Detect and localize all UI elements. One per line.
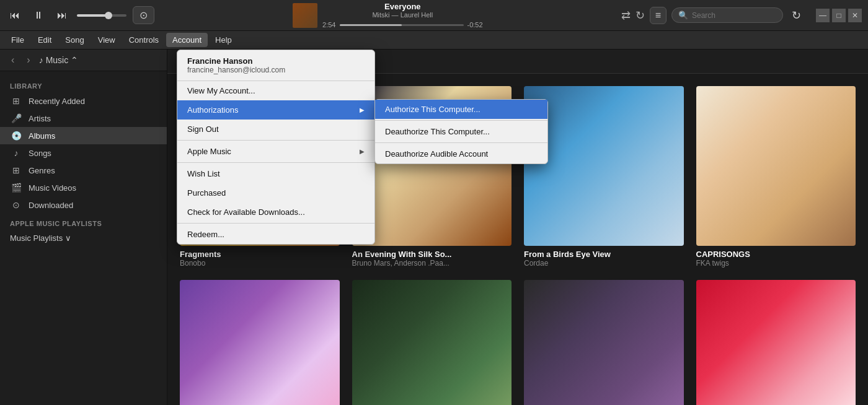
album-title-caprisongs: CAPRISONGS xyxy=(696,250,856,259)
track-title: Everyone xyxy=(322,2,483,11)
dropdown-divider-1 xyxy=(177,140,374,141)
sidebar-item-music-videos[interactable]: 🎬 Music Videos xyxy=(0,179,167,196)
library-section-title: Library xyxy=(0,76,167,92)
apple-music-arrow: ▶ xyxy=(360,148,365,155)
section-selector[interactable]: ♪ Music ⌃ xyxy=(39,55,79,65)
authorizations-label: Authorizations xyxy=(187,105,238,115)
menu-item-authorizations[interactable]: Authorizations ▶ Authorize This Computer… xyxy=(177,100,374,120)
chevron-down-icon: ⌃ xyxy=(71,55,78,65)
album-art-humble xyxy=(524,280,684,406)
controls-right: ⇄ ↻ ≡ 🔍 ↻ xyxy=(621,6,805,25)
album-art-dark xyxy=(352,280,512,406)
sidebar-label-music-playlists: Music Playlists ∨ xyxy=(10,233,71,243)
now-playing-thumbnail xyxy=(293,3,317,28)
album-card-jay[interactable]: De Mi Para Ti Jay Wheeler xyxy=(180,280,340,406)
dropdown-divider-2 xyxy=(177,162,374,163)
dropdown-user-name: Francine Hanson xyxy=(187,56,365,66)
album-title-birds: From a Birds Eye View xyxy=(524,250,684,259)
menu-item-help[interactable]: Help xyxy=(209,33,238,47)
sidebar-item-music-playlists[interactable]: Music Playlists ∨ xyxy=(0,230,167,246)
track-info-block: Everyone Mitski — Laurel Hell 2:54 -0:52 xyxy=(322,2,483,28)
section-label: Music xyxy=(46,55,69,65)
refresh-button[interactable]: ↻ xyxy=(788,6,805,25)
progress-bar[interactable] xyxy=(340,24,464,26)
menu-item-redeem[interactable]: Redeem... xyxy=(177,225,374,244)
menu-item-account[interactable]: Account xyxy=(166,33,208,47)
sidebar-item-recently-added[interactable]: ⊞ Recently Added xyxy=(0,92,167,110)
menu-item-purchased[interactable]: Purchased xyxy=(177,183,374,202)
album-card-caprisongs[interactable]: CAPRISONGS FKA twigs xyxy=(696,86,856,268)
menu-item-controls[interactable]: Controls xyxy=(123,33,165,47)
minimize-button[interactable]: — xyxy=(816,9,830,22)
maximize-button[interactable]: □ xyxy=(832,9,846,22)
songs-icon: ♪ xyxy=(10,148,22,158)
airplay-button[interactable]: ⊙ xyxy=(133,6,154,24)
menu-bar: FileEditSongViewControlsAccountHelp xyxy=(0,31,868,50)
apple-music-playlists-title: Apple Music Playlists xyxy=(0,214,167,230)
menu-item-song[interactable]: Song xyxy=(59,33,90,47)
sidebar-item-albums[interactable]: 💿 Albums xyxy=(0,127,167,144)
recently-added-icon: ⊞ xyxy=(10,96,22,106)
rewind-button[interactable]: ⏮ xyxy=(6,7,24,24)
menu-item-apple-music[interactable]: Apple Music ▶ xyxy=(177,142,374,161)
now-playing-area: Everyone Mitski — Laurel Hell 2:54 -0:52 xyxy=(161,2,615,28)
menu-item-wish-list[interactable]: Wish List xyxy=(177,164,374,183)
search-icon: 🔍 xyxy=(678,11,688,20)
sidebar-label-genres: Genres xyxy=(29,166,55,175)
menu-item-sign-out[interactable]: Sign Out xyxy=(177,120,374,139)
menu-item-check-downloads[interactable]: Check for Available Downloads... xyxy=(177,202,374,222)
redeem-label: Redeem... xyxy=(187,230,224,239)
submenu-divider-2 xyxy=(375,142,547,143)
submenu-deauthorize-audible[interactable]: Deauthorize Audible Account xyxy=(375,144,547,163)
fastforward-button[interactable]: ⏭ xyxy=(53,7,71,24)
authorize-computer-label: Authorize This Computer... xyxy=(385,105,480,114)
shuffle-button[interactable]: ⇄ xyxy=(621,9,631,22)
album-card-laurel[interactable]: Laurel Hell Mitski xyxy=(696,280,856,406)
dropdown-user-info: Francine Hanson francine_hanson@icloud.c… xyxy=(177,50,374,81)
sidebar-item-genres[interactable]: ⊞ Genres xyxy=(0,162,167,179)
album-card-humble[interactable]: Humble Quest Maren Morris xyxy=(524,280,684,406)
sidebar-item-artists[interactable]: 🎤 Artists xyxy=(0,110,167,127)
title-bar: ⏮ ⏸ ⏭ ⊙ Everyone Mitski — Laurel Hell 2:… xyxy=(0,0,868,31)
album-card-dark[interactable]: Dark Album Unknown xyxy=(352,280,512,406)
submenu-authorize-computer[interactable]: Authorize This Computer... xyxy=(375,100,547,119)
track-details: Everyone Mitski — Laurel Hell 2:54 -0:52 xyxy=(322,2,483,28)
forward-button[interactable]: › xyxy=(23,53,33,67)
view-account-label: View My Account... xyxy=(187,86,255,95)
sign-out-label: Sign Out xyxy=(187,124,219,134)
close-button[interactable]: ✕ xyxy=(848,9,862,22)
deauthorize-computer-label: Deauthorize This Computer... xyxy=(385,127,490,136)
pause-button[interactable]: ⏸ xyxy=(30,7,47,24)
back-button[interactable]: ‹ xyxy=(7,53,18,67)
time-elapsed: 2:54 xyxy=(322,21,335,28)
sidebar-nav: Library ⊞ Recently Added 🎤 Artists 💿 Alb… xyxy=(0,71,167,251)
menu-item-file[interactable]: File xyxy=(5,33,30,47)
time-remaining: -0:52 xyxy=(467,21,483,28)
music-videos-icon: 🎬 xyxy=(10,183,22,193)
queue-button[interactable]: ≡ xyxy=(650,7,666,24)
volume-slider[interactable] xyxy=(77,14,126,17)
menu-item-view-account[interactable]: View My Account... xyxy=(177,81,374,100)
wish-list-label: Wish List xyxy=(187,169,220,178)
album-artist-silk: Bruno Mars, Anderson .Paa... xyxy=(352,259,512,268)
artists-icon: 🎤 xyxy=(10,113,22,123)
album-artist-caprisongs: FKA twigs xyxy=(696,259,856,268)
sidebar-item-songs[interactable]: ♪ Songs xyxy=(0,144,167,162)
album-title-fragments: Fragments xyxy=(180,250,340,259)
menu-item-edit[interactable]: Edit xyxy=(32,33,58,47)
account-dropdown-menu: Francine Hanson francine_hanson@icloud.c… xyxy=(177,50,375,245)
submenu-deauthorize-computer[interactable]: Deauthorize This Computer... xyxy=(375,122,547,141)
airplay-icon: ⊙ xyxy=(140,10,148,20)
album-title-silk: An Evening With Silk So... xyxy=(352,250,512,259)
purchased-label: Purchased xyxy=(187,188,226,198)
menu-item-view[interactable]: View xyxy=(92,33,122,47)
sidebar-label-downloaded: Downloaded xyxy=(29,201,73,210)
sidebar-item-downloaded[interactable]: ⊙ Downloaded xyxy=(0,196,167,214)
repeat-button[interactable]: ↻ xyxy=(636,9,645,22)
nav-toolbar: ‹ › ♪ Music ⌃ xyxy=(0,50,167,71)
authorizations-submenu: Authorize This Computer... Deauthorize T… xyxy=(374,99,548,164)
search-input[interactable] xyxy=(692,11,773,20)
genres-icon: ⊞ xyxy=(10,165,22,175)
progress-wrap: 2:54 -0:52 xyxy=(322,21,483,28)
downloaded-icon: ⊙ xyxy=(10,200,22,210)
